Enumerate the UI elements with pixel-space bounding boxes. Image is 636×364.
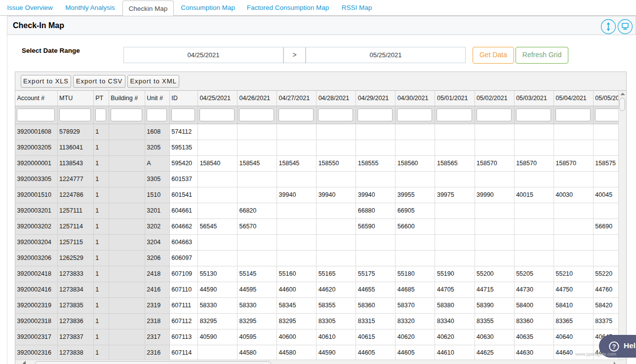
- svg-text:?: ?: [612, 343, 616, 350]
